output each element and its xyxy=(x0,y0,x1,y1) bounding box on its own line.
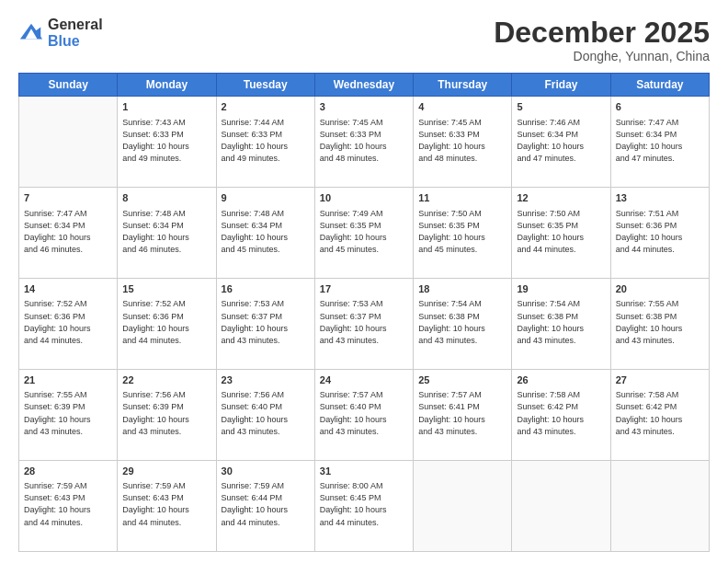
calendar-cell: 28Sunrise: 7:59 AM Sunset: 6:43 PM Dayli… xyxy=(19,461,118,552)
day-header-thursday: Thursday xyxy=(414,74,512,97)
day-number: 12 xyxy=(517,191,605,205)
day-info: Sunrise: 7:47 AM Sunset: 6:34 PM Dayligh… xyxy=(24,208,112,256)
calendar-cell: 5Sunrise: 7:46 AM Sunset: 6:34 PM Daylig… xyxy=(512,97,610,188)
day-number: 16 xyxy=(222,282,310,296)
day-info: Sunrise: 7:45 AM Sunset: 6:33 PM Dayligh… xyxy=(320,117,408,165)
day-info: Sunrise: 7:55 AM Sunset: 6:39 PM Dayligh… xyxy=(24,389,112,437)
day-number: 11 xyxy=(418,191,506,205)
calendar-cell: 3Sunrise: 7:45 AM Sunset: 6:33 PM Daylig… xyxy=(314,97,413,188)
day-info: Sunrise: 7:48 AM Sunset: 6:34 PM Dayligh… xyxy=(122,208,210,256)
day-number: 5 xyxy=(517,100,605,114)
logo-text: General Blue xyxy=(48,17,103,49)
day-number: 20 xyxy=(616,282,704,296)
day-number: 13 xyxy=(616,191,704,205)
logo-blue: Blue xyxy=(48,33,103,50)
day-header-tuesday: Tuesday xyxy=(216,74,314,97)
calendar-cell: 29Sunrise: 7:59 AM Sunset: 6:43 PM Dayli… xyxy=(118,461,216,552)
calendar-week-4: 21Sunrise: 7:55 AM Sunset: 6:39 PM Dayli… xyxy=(19,370,710,461)
calendar-cell: 1Sunrise: 7:43 AM Sunset: 6:33 PM Daylig… xyxy=(118,97,216,188)
day-info: Sunrise: 7:59 AM Sunset: 6:43 PM Dayligh… xyxy=(24,480,112,528)
calendar-cell xyxy=(414,461,512,552)
day-number: 2 xyxy=(222,100,310,114)
calendar-cell: 26Sunrise: 7:58 AM Sunset: 6:42 PM Dayli… xyxy=(512,370,610,461)
day-info: Sunrise: 7:50 AM Sunset: 6:35 PM Dayligh… xyxy=(418,208,506,256)
calendar-table: SundayMondayTuesdayWednesdayThursdayFrid… xyxy=(18,73,710,552)
calendar-page: General Blue December 2025 Donghe, Yunna… xyxy=(0,0,728,563)
day-number: 26 xyxy=(517,373,605,387)
month-title: December 2025 xyxy=(494,17,710,49)
day-info: Sunrise: 7:59 AM Sunset: 6:43 PM Dayligh… xyxy=(122,480,210,528)
day-number: 28 xyxy=(24,465,112,478)
day-number: 7 xyxy=(24,191,112,205)
day-number: 18 xyxy=(418,282,506,296)
calendar-cell: 14Sunrise: 7:52 AM Sunset: 6:36 PM Dayli… xyxy=(19,279,118,370)
calendar-cell: 23Sunrise: 7:56 AM Sunset: 6:40 PM Dayli… xyxy=(216,370,314,461)
calendar-cell: 8Sunrise: 7:48 AM Sunset: 6:34 PM Daylig… xyxy=(118,188,216,279)
calendar-cell: 7Sunrise: 7:47 AM Sunset: 6:34 PM Daylig… xyxy=(19,188,118,279)
day-info: Sunrise: 8:00 AM Sunset: 6:45 PM Dayligh… xyxy=(320,480,408,528)
day-number: 17 xyxy=(320,282,408,296)
calendar-cell: 30Sunrise: 7:59 AM Sunset: 6:44 PM Dayli… xyxy=(216,461,314,552)
day-info: Sunrise: 7:53 AM Sunset: 6:37 PM Dayligh… xyxy=(320,298,408,346)
day-info: Sunrise: 7:47 AM Sunset: 6:34 PM Dayligh… xyxy=(616,117,704,165)
day-number: 15 xyxy=(122,282,210,296)
day-number: 31 xyxy=(320,465,408,478)
calendar-cell: 25Sunrise: 7:57 AM Sunset: 6:41 PM Dayli… xyxy=(414,370,512,461)
calendar-week-3: 14Sunrise: 7:52 AM Sunset: 6:36 PM Dayli… xyxy=(19,279,710,370)
calendar-cell: 2Sunrise: 7:44 AM Sunset: 6:33 PM Daylig… xyxy=(216,97,314,188)
day-number: 30 xyxy=(222,465,310,478)
calendar-week-5: 28Sunrise: 7:59 AM Sunset: 6:43 PM Dayli… xyxy=(19,461,710,552)
day-info: Sunrise: 7:45 AM Sunset: 6:33 PM Dayligh… xyxy=(418,117,506,165)
calendar-cell: 12Sunrise: 7:50 AM Sunset: 6:35 PM Dayli… xyxy=(512,188,610,279)
page-header: General Blue December 2025 Donghe, Yunna… xyxy=(18,17,710,63)
day-number: 3 xyxy=(320,100,408,114)
calendar-cell: 6Sunrise: 7:47 AM Sunset: 6:34 PM Daylig… xyxy=(610,97,709,188)
day-info: Sunrise: 7:57 AM Sunset: 6:40 PM Dayligh… xyxy=(320,389,408,437)
day-number: 25 xyxy=(418,373,506,387)
title-block: December 2025 Donghe, Yunnan, China xyxy=(494,17,710,63)
day-number: 22 xyxy=(122,373,210,387)
calendar-cell: 17Sunrise: 7:53 AM Sunset: 6:37 PM Dayli… xyxy=(314,279,413,370)
day-number: 27 xyxy=(616,373,704,387)
day-info: Sunrise: 7:59 AM Sunset: 6:44 PM Dayligh… xyxy=(222,480,310,528)
calendar-cell xyxy=(512,461,610,552)
day-info: Sunrise: 7:58 AM Sunset: 6:42 PM Dayligh… xyxy=(517,389,605,437)
day-number: 4 xyxy=(418,100,506,114)
day-number: 6 xyxy=(616,100,704,114)
day-info: Sunrise: 7:46 AM Sunset: 6:34 PM Dayligh… xyxy=(517,117,605,165)
day-info: Sunrise: 7:56 AM Sunset: 6:39 PM Dayligh… xyxy=(122,389,210,437)
logo-general: General xyxy=(48,17,103,33)
day-info: Sunrise: 7:49 AM Sunset: 6:35 PM Dayligh… xyxy=(320,208,408,256)
calendar-cell: 11Sunrise: 7:50 AM Sunset: 6:35 PM Dayli… xyxy=(414,188,512,279)
day-number: 8 xyxy=(122,191,210,205)
day-info: Sunrise: 7:50 AM Sunset: 6:35 PM Dayligh… xyxy=(517,208,605,256)
calendar-week-1: 1Sunrise: 7:43 AM Sunset: 6:33 PM Daylig… xyxy=(19,97,710,188)
calendar-cell xyxy=(19,97,118,188)
calendar-cell: 16Sunrise: 7:53 AM Sunset: 6:37 PM Dayli… xyxy=(216,279,314,370)
day-info: Sunrise: 7:44 AM Sunset: 6:33 PM Dayligh… xyxy=(222,117,310,165)
day-number: 14 xyxy=(24,282,112,296)
calendar-cell: 27Sunrise: 7:58 AM Sunset: 6:42 PM Dayli… xyxy=(610,370,709,461)
day-info: Sunrise: 7:55 AM Sunset: 6:38 PM Dayligh… xyxy=(616,298,704,346)
calendar-cell: 22Sunrise: 7:56 AM Sunset: 6:39 PM Dayli… xyxy=(118,370,216,461)
logo: General Blue xyxy=(18,17,103,49)
calendar-header-row: SundayMondayTuesdayWednesdayThursdayFrid… xyxy=(19,74,710,97)
day-header-sunday: Sunday xyxy=(19,74,118,97)
calendar-cell: 9Sunrise: 7:48 AM Sunset: 6:34 PM Daylig… xyxy=(216,188,314,279)
day-number: 1 xyxy=(122,100,210,114)
day-info: Sunrise: 7:53 AM Sunset: 6:37 PM Dayligh… xyxy=(222,298,310,346)
calendar-week-2: 7Sunrise: 7:47 AM Sunset: 6:34 PM Daylig… xyxy=(19,188,710,279)
calendar-cell: 18Sunrise: 7:54 AM Sunset: 6:38 PM Dayli… xyxy=(414,279,512,370)
calendar-cell: 13Sunrise: 7:51 AM Sunset: 6:36 PM Dayli… xyxy=(610,188,709,279)
day-number: 10 xyxy=(320,191,408,205)
day-header-monday: Monday xyxy=(118,74,216,97)
day-header-friday: Friday xyxy=(512,74,610,97)
day-info: Sunrise: 7:43 AM Sunset: 6:33 PM Dayligh… xyxy=(122,117,210,165)
calendar-cell: 10Sunrise: 7:49 AM Sunset: 6:35 PM Dayli… xyxy=(314,188,413,279)
day-info: Sunrise: 7:48 AM Sunset: 6:34 PM Dayligh… xyxy=(222,208,310,256)
calendar-cell: 31Sunrise: 8:00 AM Sunset: 6:45 PM Dayli… xyxy=(314,461,413,552)
calendar-cell xyxy=(610,461,709,552)
calendar-cell: 19Sunrise: 7:54 AM Sunset: 6:38 PM Dayli… xyxy=(512,279,610,370)
day-info: Sunrise: 7:52 AM Sunset: 6:36 PM Dayligh… xyxy=(122,298,210,346)
day-info: Sunrise: 7:54 AM Sunset: 6:38 PM Dayligh… xyxy=(517,298,605,346)
